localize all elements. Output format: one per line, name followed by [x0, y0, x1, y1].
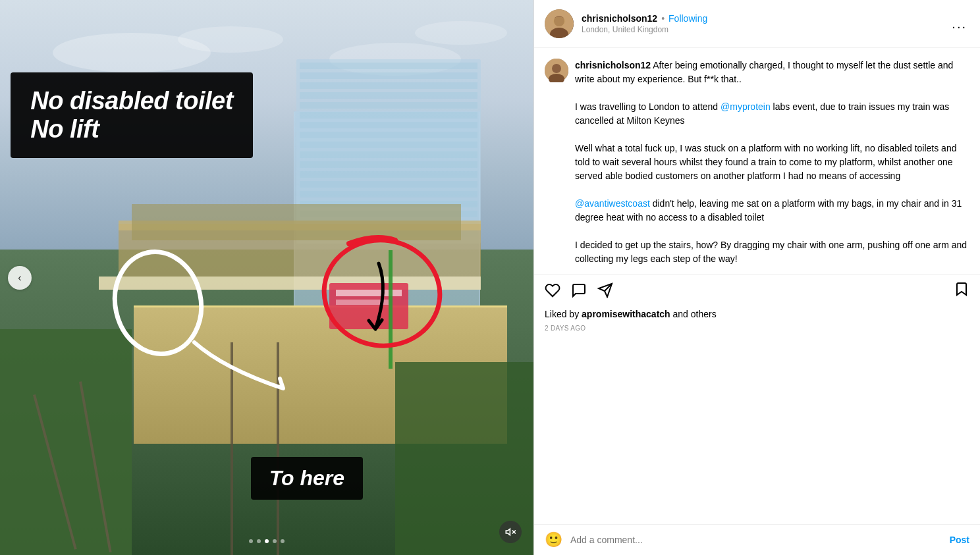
- comment-post-button[interactable]: Post: [950, 535, 969, 545]
- likes-row: Liked by apromisewithacatch and others: [534, 306, 980, 325]
- mention-myprotein[interactable]: @myprotein: [721, 101, 771, 112]
- svg-point-43: [554, 16, 564, 26]
- action-icons: [545, 282, 954, 298]
- overlay-line1: No disabled toilet: [30, 87, 233, 115]
- prev-image-button[interactable]: ‹: [8, 266, 32, 290]
- actions-bar: [534, 274, 980, 306]
- header-username[interactable]: chrisnicholson12: [582, 13, 657, 24]
- caption-para3: @avantiwestcoast didn't help, leaving me…: [575, 198, 962, 223]
- to-here-label: To here: [251, 457, 363, 500]
- post-timestamp: 2 DAYS AGO: [534, 325, 980, 340]
- dot-4: [273, 539, 277, 543]
- post-image-panel: No disabled toilet No lift To here ‹: [0, 0, 533, 555]
- mention-avanti[interactable]: @avantiwestcoast: [575, 198, 650, 209]
- like-button[interactable]: [545, 282, 560, 298]
- image-dot-indicators: [249, 539, 285, 543]
- caption-para1: I was travelling to London to attend @my…: [575, 101, 949, 126]
- header-location: London, United Kingdom: [582, 25, 949, 34]
- caption-para4: I decided to get up the stairs, how? By …: [575, 240, 967, 264]
- bookmark-icon: [954, 281, 969, 297]
- dot-5: [281, 539, 285, 543]
- post-right-panel: chrisnicholson12 • Following London, Uni…: [533, 0, 980, 555]
- share-button[interactable]: [597, 282, 613, 298]
- comment-input-field[interactable]: [570, 535, 942, 545]
- caption-area: chrisnicholson12 After being emotionally…: [534, 48, 980, 274]
- post-header: chrisnicholson12 • Following London, Uni…: [534, 0, 980, 48]
- share-icon: [597, 282, 613, 298]
- likes-bold-name[interactable]: apromisewithacatch: [582, 309, 670, 319]
- comment-icon: [571, 282, 587, 298]
- caption-username[interactable]: chrisnicholson12: [575, 60, 651, 70]
- likes-and-others: and others: [670, 309, 717, 319]
- following-button[interactable]: Following: [668, 13, 707, 24]
- caption-row: chrisnicholson12 After being emotionally…: [545, 59, 969, 266]
- dot-3: [265, 539, 269, 543]
- dot-1: [249, 539, 253, 543]
- svg-marker-39: [506, 529, 510, 535]
- bookmark-button[interactable]: [954, 281, 969, 300]
- svg-point-46: [552, 64, 561, 73]
- caption-avatar: [545, 59, 568, 82]
- image-text-overlay: No disabled toilet No lift: [11, 72, 253, 158]
- dot-2: [257, 539, 261, 543]
- header-avatar: [545, 9, 574, 38]
- platform-background: [134, 305, 507, 444]
- comment-input-row: 🙂 Post: [534, 524, 980, 555]
- caption-para2: Well what a total fuck up, I was stuck o…: [575, 143, 956, 181]
- mute-button[interactable]: [499, 521, 522, 543]
- overlay-line2: No lift: [30, 115, 233, 144]
- header-dot-separator: •: [661, 13, 665, 24]
- caption-text: chrisnicholson12 After being emotionally…: [575, 59, 969, 266]
- emoji-button[interactable]: 🙂: [545, 531, 562, 548]
- header-info: chrisnicholson12 • Following London, Uni…: [582, 13, 949, 34]
- more-options-button[interactable]: ...: [949, 16, 969, 32]
- comment-button[interactable]: [571, 282, 587, 298]
- heart-icon: [545, 282, 560, 298]
- likes-text: Liked by: [545, 309, 582, 319]
